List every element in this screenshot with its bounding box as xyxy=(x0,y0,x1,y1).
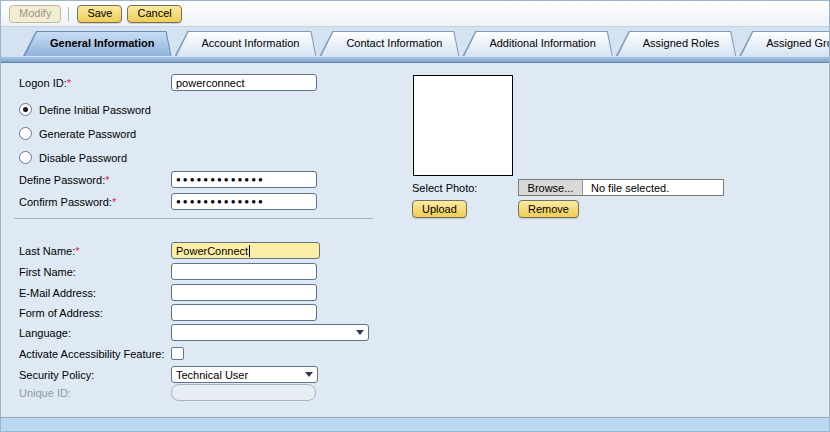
define-initial-password-option[interactable]: Define Initial Password xyxy=(19,101,151,118)
radio-button-icon[interactable] xyxy=(19,127,32,140)
select-photo-label: Select Photo: xyxy=(412,182,477,194)
language-select[interactable] xyxy=(171,324,369,341)
security-policy-label: Security Policy: xyxy=(19,369,171,381)
email-label: E-Mail Address: xyxy=(19,287,171,299)
tab-contact-information[interactable]: Contact Information xyxy=(319,31,459,56)
tab-underline-bar xyxy=(1,56,829,63)
radio-label: Generate Password xyxy=(39,128,136,140)
tab-label: General Information xyxy=(23,31,172,56)
chevron-down-icon xyxy=(356,330,364,335)
required-marker: * xyxy=(105,174,109,186)
required-marker: * xyxy=(75,245,79,257)
radio-label: Define Initial Password xyxy=(39,104,151,116)
cancel-button[interactable]: Cancel xyxy=(127,5,181,23)
text-cursor xyxy=(249,245,250,257)
toolbar: Modify Save Cancel xyxy=(1,1,829,27)
file-status-text: No file selected. xyxy=(583,180,669,195)
radio-button-icon[interactable] xyxy=(19,151,32,164)
tab-strip: General Information Account Information … xyxy=(1,27,829,56)
logon-id-label: Logon ID:* xyxy=(19,77,171,89)
tab-assigned-roles[interactable]: Assigned Roles xyxy=(616,31,736,56)
security-policy-select[interactable]: Technical User xyxy=(171,366,318,383)
tab-additional-information[interactable]: Additional Information xyxy=(462,31,612,56)
confirm-password-field[interactable]: ●●●●●●●●●●●●● xyxy=(171,193,317,210)
browse-button[interactable]: Browse... xyxy=(519,180,583,195)
general-information-panel: Logon ID:* powerconnect Define Initial P… xyxy=(1,63,829,418)
tab-assigned-groups[interactable]: Assigned Groups xyxy=(739,31,830,56)
chevron-down-icon xyxy=(305,372,313,377)
email-row: E-Mail Address: xyxy=(19,284,317,301)
first-name-field[interactable] xyxy=(171,263,317,280)
radio-label: Disable Password xyxy=(39,152,127,164)
tab-account-information[interactable]: Account Information xyxy=(175,31,317,56)
photo-file-input[interactable]: Browse... No file selected. xyxy=(518,179,724,196)
tab-label: Account Information xyxy=(175,31,317,56)
define-password-field[interactable]: ●●●●●●●●●●●●● xyxy=(171,171,317,188)
generate-password-option[interactable]: Generate Password xyxy=(19,125,136,142)
unique-id-row: Unique ID: xyxy=(19,384,316,401)
toolbar-separator xyxy=(68,7,69,21)
confirm-password-label: Confirm Password:* xyxy=(19,196,171,208)
upload-button[interactable]: Upload xyxy=(412,200,467,218)
modify-button[interactable]: Modify xyxy=(9,5,61,23)
form-of-address-label: Form of Address: xyxy=(19,307,171,319)
accessibility-label: Activate Accessibility Feature: xyxy=(19,348,171,360)
required-marker: * xyxy=(112,196,116,208)
accessibility-checkbox[interactable] xyxy=(171,347,184,360)
form-of-address-field[interactable] xyxy=(171,304,317,321)
tab-general-information[interactable]: General Information xyxy=(23,31,172,56)
tab-label: Assigned Groups xyxy=(739,31,830,56)
tab-label: Contact Information xyxy=(319,31,459,56)
logon-id-field[interactable]: powerconnect xyxy=(171,74,317,91)
bottom-status-strip xyxy=(1,417,829,431)
language-row: Language: xyxy=(19,324,369,341)
first-name-row: First Name: xyxy=(19,263,317,280)
security-policy-row: Security Policy: Technical User xyxy=(19,366,318,383)
unique-id-field xyxy=(171,384,316,401)
save-button[interactable]: Save xyxy=(77,5,122,23)
first-name-label: First Name: xyxy=(19,266,171,278)
required-marker: * xyxy=(67,77,71,89)
disable-password-option[interactable]: Disable Password xyxy=(19,149,127,166)
email-field[interactable] xyxy=(171,284,317,301)
photo-placeholder xyxy=(413,75,513,176)
define-password-label: Define Password:* xyxy=(19,174,171,186)
user-details-window: Modify Save Cancel General Information A… xyxy=(0,0,830,432)
last-name-row: Last Name:* PowerConnect xyxy=(19,242,320,259)
tab-label: Assigned Roles xyxy=(616,31,736,56)
section-divider xyxy=(14,218,373,219)
remove-button[interactable]: Remove xyxy=(518,200,579,218)
tab-label: Additional Information xyxy=(462,31,612,56)
logon-id-row: Logon ID:* powerconnect xyxy=(19,74,317,91)
language-label: Language: xyxy=(19,327,171,339)
form-of-address-row: Form of Address: xyxy=(19,304,317,321)
confirm-password-row: Confirm Password:* ●●●●●●●●●●●●● xyxy=(19,193,317,210)
radio-button-icon[interactable] xyxy=(19,103,32,116)
define-password-row: Define Password:* ●●●●●●●●●●●●● xyxy=(19,171,317,188)
last-name-label: Last Name:* xyxy=(19,245,171,257)
accessibility-row: Activate Accessibility Feature: xyxy=(19,345,184,362)
last-name-field[interactable]: PowerConnect xyxy=(171,242,320,259)
unique-id-label: Unique ID: xyxy=(19,387,171,399)
